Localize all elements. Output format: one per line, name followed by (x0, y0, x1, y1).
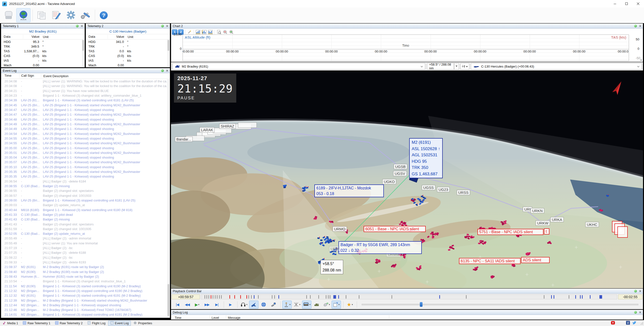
event-log-row[interactable]: 20:39:03-Badger (2) update_returns_at (1, 203, 170, 207)
airport-label-urss[interactable]: URSS (457, 190, 470, 195)
telemetry-row[interactable]: CAS(0.0)kts (86, 54, 170, 58)
telemetry-row[interactable]: CAS(0.0)kts (1, 54, 84, 58)
event-log-row[interactable]: 20:34:47LAV-25 (Bri...LAV-25 (Brigand 1-… (1, 108, 170, 112)
event-log-row[interactable]: 20:36:54-[ALL] Badger (2): -delete 6184 (1, 179, 170, 184)
timeline-event-tick[interactable] (246, 295, 247, 299)
contact-info-box[interactable]: 6189 - 2IFV-H,1JTAC - Mozdok053 - 0.18 (314, 184, 384, 197)
timeline-event-tick[interactable] (234, 295, 235, 299)
event-log-row[interactable]: 20:35:07LAV-25 (Bri...LAV-25 (Brigand 1-… (1, 160, 170, 164)
speed-slider-handle[interactable] (420, 302, 422, 307)
play-button[interactable]: ▶▾ (192, 300, 202, 309)
event-log-row[interactable]: 20:38:57-Badger (2) changed slot: 100193… (1, 193, 170, 198)
timeline-event-tick[interactable] (240, 295, 241, 299)
help-button[interactable]: ? (96, 8, 111, 23)
zoom-fit-icon[interactable] (216, 29, 222, 35)
timeline-event-tick[interactable] (229, 295, 230, 299)
event-log-row[interactable]: 20:41:43-Badger (2) changed slot: specta… (1, 222, 170, 226)
timeline-event-tick[interactable] (278, 295, 279, 299)
event-log-columns[interactable]: Time Call Sign Event Description (1, 73, 170, 79)
pin-icon[interactable] (76, 25, 78, 27)
col-data[interactable]: Data (86, 35, 108, 39)
follow-object-button[interactable]: ▾ (282, 300, 292, 309)
pin-icon[interactable] (161, 25, 164, 27)
col-callsign[interactable]: Call Sign (20, 74, 41, 78)
event-log-row[interactable]: 20:35:00LAV-25 (Bri...LAV-25 (Brigand 1-… (1, 146, 170, 150)
secondary-object-selector[interactable]: C-130 Hercules (Badger) (+00:06:43) (471, 63, 642, 70)
threat-label[interactable]: 5751 - Base - NPC IADS silent (478, 229, 544, 235)
timeline-event-tick[interactable] (219, 295, 220, 299)
event-log-row[interactable]: 20:41:43C-130 (Bad...Badger (2) missing (1, 217, 170, 222)
timeline-event-tick[interactable] (575, 295, 576, 299)
airport-label-ukhc[interactable]: UKHC (585, 222, 599, 227)
debug-col-message[interactable]: Message (228, 316, 240, 319)
advanced-tools-button[interactable] (78, 8, 93, 23)
airport-label-bandar[interactable]: Bandar... (175, 137, 193, 142)
flight-log-button[interactable] (49, 8, 63, 23)
event-log-row[interactable]: 20:38:55-Badger (2) changed slot: specta… (1, 188, 170, 193)
skip-start-button[interactable]: |◀ (173, 300, 182, 309)
telemetry-1-columns[interactable]: Data Value Unit (1, 34, 84, 40)
telemetry-row[interactable]: TRK349.5° (1, 44, 84, 49)
airport-label-ugko[interactable]: UGKO (382, 179, 396, 184)
favorites-button[interactable]: ★▾ (345, 300, 354, 309)
event-log-row[interactable]: 20:34:55LAV-25 (Bri...LAV-25 (Brigand 1-… (1, 141, 170, 146)
close-button[interactable] (632, 0, 644, 8)
cockpit-view-button[interactable]: ▾ (302, 300, 312, 309)
airport-label-urmo[interactable]: URMO (332, 226, 347, 232)
telemetry-row[interactable]: HDG95.3° (1, 40, 84, 44)
event-log-row[interactable]: 21:10:54-Brigand 1-1 - Kirkwood (3) chan… (1, 279, 170, 283)
speed-slider[interactable] (362, 304, 638, 305)
zoom-in-icon[interactable] (229, 29, 234, 35)
event-log-row[interactable]: 20:39:00LAV-25 (Bri...Brigand 1-1 - Kirk… (1, 198, 170, 203)
threat-label[interactable]: 6135 - NPC - SA11 IADS silent (459, 258, 520, 264)
telemetry-row[interactable]: Mach0.00 (86, 63, 170, 68)
telemetry-row[interactable]: TRK-° (86, 44, 170, 49)
event-log-row[interactable]: 21:12:39M2 (Brigan...M-2 Bradley (Brigan… (1, 298, 170, 302)
timeline-event-tick[interactable] (346, 295, 346, 299)
event-log-row[interactable]: 20:34:48LAV-25 (Bri...LAV-25 (Brigand 1-… (1, 117, 170, 122)
timeline-event-tick[interactable] (582, 295, 583, 299)
timeline-event-tick[interactable] (318, 295, 319, 299)
badger-info-box[interactable]: Badger - RT by 55G6 EWR, 289 143nm022 ↓ … (338, 241, 422, 254)
timeline-event-tick[interactable] (251, 295, 252, 299)
timeline-event-tick[interactable] (328, 295, 329, 299)
threat-label[interactable]: t (544, 228, 550, 234)
swap-objects-button[interactable] (460, 63, 469, 70)
pin-icon[interactable] (634, 25, 637, 27)
close-icon[interactable] (166, 25, 168, 27)
timeline-event-tick[interactable] (272, 295, 272, 299)
timeline-event-tick[interactable] (439, 295, 440, 299)
chart-2-header[interactable]: Chart 2 (171, 24, 643, 29)
event-log-row[interactable]: 20:35:10LAV-25 (Bri...LAV-25 (Brigand 1-… (1, 165, 170, 169)
timeline-event-tick[interactable] (217, 295, 218, 299)
timeline-event-tick[interactable] (544, 295, 544, 299)
bearing-range-field[interactable]: +58.5° / 288.08 nm (427, 63, 454, 70)
bearing-range-dropdown[interactable] (454, 63, 459, 70)
timeline-event-tick[interactable] (551, 295, 552, 299)
spyglass-button[interactable] (269, 300, 278, 309)
event-log-row[interactable]: 20:38:55C-130 (Bad...Badger (2) missing (1, 184, 170, 188)
debug-col-time[interactable]: Time (175, 316, 181, 319)
airport-label-larak[interactable]: LARAK (200, 127, 214, 132)
zoom-out-icon[interactable] (222, 29, 228, 35)
event-log-row[interactable]: 20:34:45LAV-25 (Bri...LAV-25 (Brigand 1-… (1, 103, 170, 108)
close-icon[interactable] (639, 311, 641, 313)
close-icon[interactable] (81, 25, 83, 27)
timeline-event-tick[interactable] (310, 295, 311, 299)
timeline-event-tick[interactable] (330, 295, 330, 299)
tab-raw-telemetry-2[interactable]: Raw Telemetry 2 (53, 320, 85, 326)
facebook-icon[interactable]: f (626, 321, 630, 326)
timeline-event-tick[interactable] (254, 295, 254, 299)
telemetry-2-columns[interactable]: Data Value Unit (86, 34, 170, 40)
rewind-button[interactable]: ◀◀ (182, 300, 192, 309)
documents-button[interactable] (34, 8, 48, 23)
event-log-row[interactable]: 20:55:49-[ALL] Badger (2): -admin immort… (1, 236, 170, 241)
event-log-row[interactable]: 20:35:04LAV-25 (Bri...LAV-25 (Brigand 1-… (1, 155, 170, 160)
chart-layout-1-button[interactable] (195, 29, 201, 35)
twitter-icon[interactable] (632, 321, 637, 326)
telemetry-row[interactable]: Mach0.00 (1, 63, 84, 68)
timeline-event-tick[interactable] (590, 295, 590, 299)
timeline-event-tick[interactable] (204, 295, 205, 299)
timeline-event-tick[interactable] (359, 295, 360, 299)
jet-view-button[interactable] (249, 300, 258, 309)
